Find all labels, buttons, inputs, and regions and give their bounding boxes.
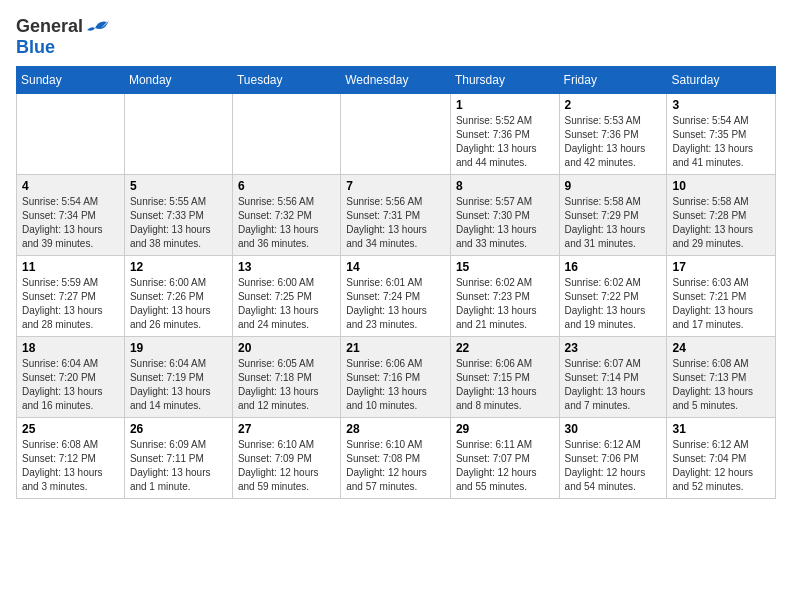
calendar-cell: 8Sunrise: 5:57 AM Sunset: 7:30 PM Daylig… <box>450 175 559 256</box>
day-number: 23 <box>565 341 662 355</box>
calendar-cell: 21Sunrise: 6:06 AM Sunset: 7:16 PM Dayli… <box>341 337 451 418</box>
day-detail: Sunrise: 6:08 AM Sunset: 7:13 PM Dayligh… <box>672 357 770 413</box>
calendar-cell: 15Sunrise: 6:02 AM Sunset: 7:23 PM Dayli… <box>450 256 559 337</box>
calendar-cell <box>124 94 232 175</box>
day-detail: Sunrise: 6:02 AM Sunset: 7:23 PM Dayligh… <box>456 276 554 332</box>
day-detail: Sunrise: 6:00 AM Sunset: 7:26 PM Dayligh… <box>130 276 227 332</box>
calendar-cell: 5Sunrise: 5:55 AM Sunset: 7:33 PM Daylig… <box>124 175 232 256</box>
day-number: 17 <box>672 260 770 274</box>
calendar-cell: 20Sunrise: 6:05 AM Sunset: 7:18 PM Dayli… <box>232 337 340 418</box>
day-number: 16 <box>565 260 662 274</box>
day-number: 2 <box>565 98 662 112</box>
day-detail: Sunrise: 6:04 AM Sunset: 7:20 PM Dayligh… <box>22 357 119 413</box>
page-header: General Blue <box>16 16 776 58</box>
day-detail: Sunrise: 6:01 AM Sunset: 7:24 PM Dayligh… <box>346 276 445 332</box>
calendar-week-row: 18Sunrise: 6:04 AM Sunset: 7:20 PM Dayli… <box>17 337 776 418</box>
calendar-cell: 17Sunrise: 6:03 AM Sunset: 7:21 PM Dayli… <box>667 256 776 337</box>
day-number: 27 <box>238 422 335 436</box>
weekday-header-saturday: Saturday <box>667 67 776 94</box>
day-number: 31 <box>672 422 770 436</box>
day-number: 12 <box>130 260 227 274</box>
calendar-cell: 6Sunrise: 5:56 AM Sunset: 7:32 PM Daylig… <box>232 175 340 256</box>
calendar-week-row: 1Sunrise: 5:52 AM Sunset: 7:36 PM Daylig… <box>17 94 776 175</box>
calendar-table: SundayMondayTuesdayWednesdayThursdayFrid… <box>16 66 776 499</box>
day-number: 25 <box>22 422 119 436</box>
calendar-cell <box>232 94 340 175</box>
calendar-cell: 2Sunrise: 5:53 AM Sunset: 7:36 PM Daylig… <box>559 94 667 175</box>
calendar-cell: 29Sunrise: 6:11 AM Sunset: 7:07 PM Dayli… <box>450 418 559 499</box>
calendar-cell: 23Sunrise: 6:07 AM Sunset: 7:14 PM Dayli… <box>559 337 667 418</box>
calendar-cell: 14Sunrise: 6:01 AM Sunset: 7:24 PM Dayli… <box>341 256 451 337</box>
calendar-header: SundayMondayTuesdayWednesdayThursdayFrid… <box>17 67 776 94</box>
logo-bird-icon <box>87 18 109 36</box>
day-number: 6 <box>238 179 335 193</box>
calendar-cell: 9Sunrise: 5:58 AM Sunset: 7:29 PM Daylig… <box>559 175 667 256</box>
weekday-header-monday: Monday <box>124 67 232 94</box>
day-number: 21 <box>346 341 445 355</box>
calendar-cell: 18Sunrise: 6:04 AM Sunset: 7:20 PM Dayli… <box>17 337 125 418</box>
day-number: 19 <box>130 341 227 355</box>
day-number: 10 <box>672 179 770 193</box>
day-number: 24 <box>672 341 770 355</box>
day-number: 22 <box>456 341 554 355</box>
day-detail: Sunrise: 5:57 AM Sunset: 7:30 PM Dayligh… <box>456 195 554 251</box>
day-detail: Sunrise: 6:06 AM Sunset: 7:15 PM Dayligh… <box>456 357 554 413</box>
calendar-cell <box>17 94 125 175</box>
weekday-header-sunday: Sunday <box>17 67 125 94</box>
day-number: 15 <box>456 260 554 274</box>
day-detail: Sunrise: 5:54 AM Sunset: 7:35 PM Dayligh… <box>672 114 770 170</box>
logo-blue-text: Blue <box>16 37 55 57</box>
day-detail: Sunrise: 6:10 AM Sunset: 7:08 PM Dayligh… <box>346 438 445 494</box>
day-detail: Sunrise: 6:12 AM Sunset: 7:04 PM Dayligh… <box>672 438 770 494</box>
day-number: 26 <box>130 422 227 436</box>
calendar-cell: 12Sunrise: 6:00 AM Sunset: 7:26 PM Dayli… <box>124 256 232 337</box>
calendar-cell <box>341 94 451 175</box>
weekday-header-wednesday: Wednesday <box>341 67 451 94</box>
calendar-cell: 28Sunrise: 6:10 AM Sunset: 7:08 PM Dayli… <box>341 418 451 499</box>
calendar-cell: 11Sunrise: 5:59 AM Sunset: 7:27 PM Dayli… <box>17 256 125 337</box>
day-number: 13 <box>238 260 335 274</box>
day-detail: Sunrise: 6:00 AM Sunset: 7:25 PM Dayligh… <box>238 276 335 332</box>
day-detail: Sunrise: 6:04 AM Sunset: 7:19 PM Dayligh… <box>130 357 227 413</box>
calendar-cell: 4Sunrise: 5:54 AM Sunset: 7:34 PM Daylig… <box>17 175 125 256</box>
day-number: 28 <box>346 422 445 436</box>
day-number: 8 <box>456 179 554 193</box>
calendar-body: 1Sunrise: 5:52 AM Sunset: 7:36 PM Daylig… <box>17 94 776 499</box>
day-detail: Sunrise: 5:58 AM Sunset: 7:28 PM Dayligh… <box>672 195 770 251</box>
day-number: 7 <box>346 179 445 193</box>
calendar-cell: 24Sunrise: 6:08 AM Sunset: 7:13 PM Dayli… <box>667 337 776 418</box>
calendar-cell: 26Sunrise: 6:09 AM Sunset: 7:11 PM Dayli… <box>124 418 232 499</box>
calendar-cell: 10Sunrise: 5:58 AM Sunset: 7:28 PM Dayli… <box>667 175 776 256</box>
day-detail: Sunrise: 6:03 AM Sunset: 7:21 PM Dayligh… <box>672 276 770 332</box>
weekday-row: SundayMondayTuesdayWednesdayThursdayFrid… <box>17 67 776 94</box>
calendar-cell: 7Sunrise: 5:56 AM Sunset: 7:31 PM Daylig… <box>341 175 451 256</box>
calendar-cell: 31Sunrise: 6:12 AM Sunset: 7:04 PM Dayli… <box>667 418 776 499</box>
day-detail: Sunrise: 5:56 AM Sunset: 7:32 PM Dayligh… <box>238 195 335 251</box>
day-number: 11 <box>22 260 119 274</box>
day-detail: Sunrise: 6:12 AM Sunset: 7:06 PM Dayligh… <box>565 438 662 494</box>
calendar-cell: 19Sunrise: 6:04 AM Sunset: 7:19 PM Dayli… <box>124 337 232 418</box>
day-number: 20 <box>238 341 335 355</box>
day-number: 18 <box>22 341 119 355</box>
day-detail: Sunrise: 5:56 AM Sunset: 7:31 PM Dayligh… <box>346 195 445 251</box>
calendar-cell: 3Sunrise: 5:54 AM Sunset: 7:35 PM Daylig… <box>667 94 776 175</box>
weekday-header-thursday: Thursday <box>450 67 559 94</box>
day-number: 4 <box>22 179 119 193</box>
day-detail: Sunrise: 6:02 AM Sunset: 7:22 PM Dayligh… <box>565 276 662 332</box>
calendar-week-row: 25Sunrise: 6:08 AM Sunset: 7:12 PM Dayli… <box>17 418 776 499</box>
day-number: 30 <box>565 422 662 436</box>
calendar-cell: 13Sunrise: 6:00 AM Sunset: 7:25 PM Dayli… <box>232 256 340 337</box>
day-detail: Sunrise: 6:08 AM Sunset: 7:12 PM Dayligh… <box>22 438 119 494</box>
day-number: 29 <box>456 422 554 436</box>
day-number: 3 <box>672 98 770 112</box>
day-detail: Sunrise: 5:54 AM Sunset: 7:34 PM Dayligh… <box>22 195 119 251</box>
calendar-cell: 16Sunrise: 6:02 AM Sunset: 7:22 PM Dayli… <box>559 256 667 337</box>
day-number: 5 <box>130 179 227 193</box>
weekday-header-tuesday: Tuesday <box>232 67 340 94</box>
day-detail: Sunrise: 6:11 AM Sunset: 7:07 PM Dayligh… <box>456 438 554 494</box>
weekday-header-friday: Friday <box>559 67 667 94</box>
day-detail: Sunrise: 6:05 AM Sunset: 7:18 PM Dayligh… <box>238 357 335 413</box>
day-number: 14 <box>346 260 445 274</box>
logo: General Blue <box>16 16 109 58</box>
day-detail: Sunrise: 5:55 AM Sunset: 7:33 PM Dayligh… <box>130 195 227 251</box>
